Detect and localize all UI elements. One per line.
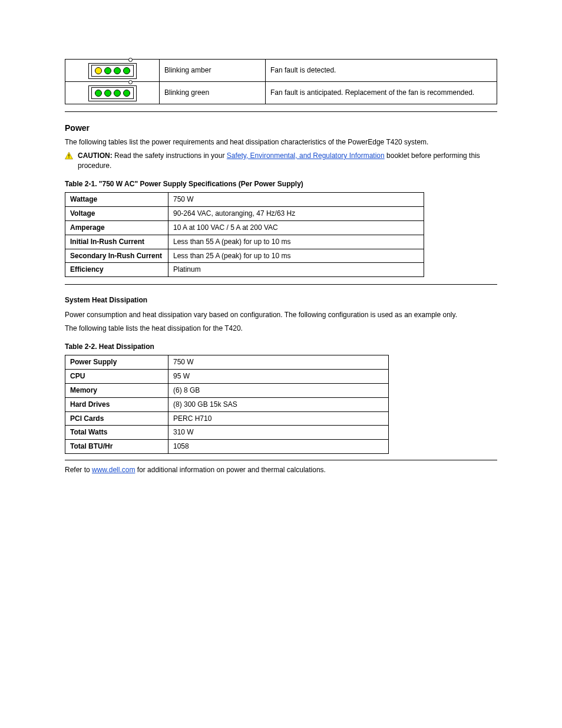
attr-cell: Initial In-Rush Current [65, 235, 168, 249]
refer-after: for additional information on power and … [135, 466, 326, 474]
led-module-graphic [88, 63, 137, 79]
val-cell: 10 A at 100 VAC / 5 A at 200 VAC [168, 220, 424, 235]
table-row: Wattage750 W [65, 193, 424, 207]
refer-before: Refer to [65, 466, 92, 474]
attr-cell: CPU [65, 370, 168, 384]
led-state-cell: Blinking green [160, 81, 266, 104]
section-title-power: Power [65, 123, 497, 134]
table-row: Blinking amber Fan fault is detected. [65, 60, 497, 82]
led-dot-icon [123, 90, 130, 97]
section-divider [65, 111, 497, 112]
svg-rect-2 [68, 157, 69, 158]
val-cell: Less than 25 A (peak) for up to 10 ms [168, 249, 424, 263]
val-cell: (8) 300 GB 15k SAS [168, 397, 389, 411]
caution-text: CAUTION: Read the safety instructions in… [78, 151, 497, 171]
table-row: Hard Drives(8) 300 GB 15k SAS [65, 397, 389, 411]
table-22-caption: Table 2-2. Heat Dissipation [65, 342, 497, 352]
val-cell: (6) 8 GB [168, 383, 389, 397]
table-row: Memory(6) 8 GB [65, 383, 389, 397]
caution-block: CAUTION: Read the safety instructions in… [65, 151, 497, 171]
led-dot-icon [104, 90, 111, 97]
val-cell: PERC H710 [168, 411, 389, 426]
val-cell: 750 W [168, 193, 424, 207]
svg-rect-1 [68, 154, 69, 157]
led-state-cell: Blinking amber [160, 60, 266, 82]
caution-label: CAUTION: [78, 151, 113, 160]
led-status-table: Blinking amber Fan fault is detected. Bl… [65, 59, 497, 104]
heat-p1: Power consumption and heat dissipation v… [65, 310, 497, 320]
val-cell: Less than 55 A (peak) for up to 10 ms [168, 235, 424, 249]
led-strip [91, 65, 134, 77]
table-row: Blinking green Fan fault is anticipated.… [65, 81, 497, 104]
led-desc-cell: Fan fault is anticipated. Replacement of… [266, 81, 497, 104]
attr-cell: Secondary In-Rush Current [65, 249, 168, 263]
led-dot-icon [123, 67, 130, 74]
table-row: CPU95 W [65, 370, 389, 384]
attr-cell: Memory [65, 383, 168, 397]
attr-cell: Hard Drives [65, 397, 168, 411]
attr-cell: Wattage [65, 193, 168, 207]
led-dot-icon [104, 67, 111, 74]
led-dot-icon [114, 67, 121, 74]
section-divider [65, 284, 497, 285]
led-module-graphic [88, 85, 137, 101]
val-cell: 90-264 VAC, autoranging, 47 Hz/63 Hz [168, 207, 424, 221]
table-row: PCI CardsPERC H710 [65, 411, 389, 426]
attr-cell: Total BTU/Hr [65, 440, 168, 454]
led-desc-cell: Fan fault is detected. [266, 60, 497, 82]
table-row: Secondary In-Rush CurrentLess than 25 A … [65, 249, 424, 263]
table-row: Voltage90-264 VAC, autoranging, 47 Hz/63… [65, 207, 424, 221]
table-row: Total BTU/Hr1058 [65, 440, 389, 454]
val-cell: Platinum [168, 263, 424, 277]
led-strip [91, 87, 134, 99]
table-row: EfficiencyPlatinum [65, 263, 424, 277]
section-title-heat: System Heat Dissipation [65, 295, 497, 305]
attr-cell: Voltage [65, 207, 168, 221]
psu-spec-table: Wattage750 W Voltage90-264 VAC, autorang… [65, 192, 424, 277]
table-21-caption: Table 2-1. "750 W AC" Power Supply Speci… [65, 179, 497, 189]
heat-dissipation-table: Power Supply750 W CPU95 W Memory(6) 8 GB… [65, 355, 389, 454]
table-row: Initial In-Rush CurrentLess than 55 A (p… [65, 235, 424, 249]
table-row: Power Supply750 W [65, 355, 389, 370]
heat-p2: The following table lists the heat dissi… [65, 324, 497, 334]
screw-hole-icon [128, 58, 133, 62]
refer-line: Refer to www.dell.com for additional inf… [65, 465, 497, 475]
safety-booklet-link[interactable]: Safety, Environmental, and Regulatory In… [227, 151, 385, 160]
attr-cell: Amperage [65, 220, 168, 235]
val-cell: 1058 [168, 440, 389, 454]
attr-cell: Efficiency [65, 263, 168, 277]
val-cell: 750 W [168, 355, 389, 370]
section-divider [65, 460, 497, 460]
led-dot-icon [114, 90, 121, 97]
val-cell: 310 W [168, 426, 389, 440]
attr-cell: Power Supply [65, 355, 168, 370]
table-row: Amperage10 A at 100 VAC / 5 A at 200 VAC [65, 220, 424, 235]
attr-cell: PCI Cards [65, 411, 168, 426]
power-intro-text: The following tables list the power requ… [65, 137, 497, 147]
screw-hole-icon [128, 80, 133, 84]
val-cell: 95 W [168, 370, 389, 384]
caution-before: Read the safety instructions in your [113, 151, 227, 160]
led-dot-icon [95, 90, 102, 97]
dell-link[interactable]: www.dell.com [92, 466, 135, 474]
caution-icon [65, 151, 73, 160]
attr-cell: Total Watts [65, 426, 168, 440]
table-row: Total Watts310 W [65, 426, 389, 440]
led-dot-icon [95, 67, 102, 74]
